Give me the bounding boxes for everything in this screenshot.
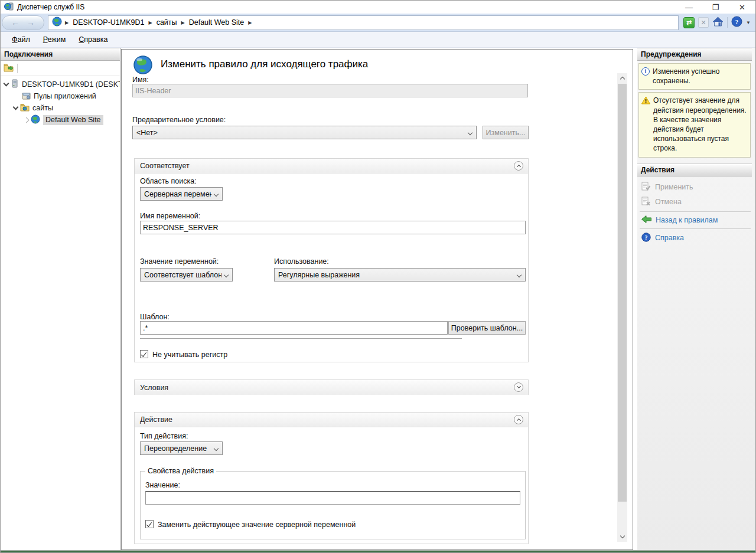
warning-alert-text: Отсутствует значение для действия переоп… (653, 96, 748, 153)
window-bottom-edge (1, 551, 755, 552)
scroll-down-icon[interactable] (617, 532, 627, 542)
ignore-case-label: Не учитывать регистр (152, 351, 227, 359)
actions-separator (640, 211, 751, 212)
breadcrumb-server[interactable]: DESKTOP-U1MK9D1 (73, 18, 144, 27)
chevron-right-icon[interactable] (24, 117, 30, 123)
precondition-value: <Нет> (136, 129, 158, 137)
menu-help[interactable]: Справка (73, 34, 113, 45)
collapse-icon[interactable] (514, 415, 523, 424)
feature-page: Изменить правило для исходящего трафика … (121, 49, 633, 550)
replace-value-checkbox[interactable] (145, 520, 154, 528)
scope-select[interactable]: Серверная переменн (140, 187, 223, 201)
match-section-title: Соответствует (140, 162, 190, 170)
breadcrumb-arrow-icon: ▶ (181, 20, 185, 25)
actions-header: Действия (637, 163, 752, 176)
expand-icon[interactable] (514, 382, 523, 392)
value-input[interactable] (145, 491, 520, 505)
stop-icon: ✕ (698, 17, 709, 28)
chevron-down-icon[interactable] (4, 80, 9, 86)
connections-tree: DESKTOP-U1MK9D1 (DESKTOI Пулы приложений… (1, 76, 120, 126)
svg-text:?: ? (645, 234, 648, 241)
match-section-header[interactable]: Соответствует (135, 159, 528, 174)
action-type-value: Переопределение (144, 444, 207, 453)
scope-label: Область поиска: (140, 177, 197, 185)
actions-pane: Предупреждения i Изменения успешно сохра… (637, 48, 756, 550)
name-input (132, 84, 528, 97)
tree-item-default-web-site[interactable]: Default Web Site (1, 114, 120, 126)
warning-icon (641, 96, 650, 153)
ignore-case-checkbox[interactable] (140, 350, 148, 358)
variable-name-input[interactable] (140, 221, 526, 234)
tree-item-label: Пулы приложений (34, 92, 96, 100)
forward-icon[interactable]: → (27, 18, 35, 27)
action-type-select[interactable]: Переопределение (140, 441, 223, 455)
name-label: Имя: (132, 76, 149, 84)
action-section-title: Действие (140, 415, 172, 424)
back-arrow-icon (641, 215, 651, 225)
info-alert-text: Изменения успешно сохранены. (653, 67, 748, 86)
page-globe-icon (132, 54, 154, 77)
variable-value-label: Значение переменной: (140, 257, 219, 266)
breadcrumb-sites[interactable]: сайты (157, 18, 177, 27)
help-icon[interactable]: ? (731, 16, 742, 29)
tree-item-sites[interactable]: сайты (1, 102, 120, 114)
chevron-down-icon (517, 273, 522, 277)
back-to-rules-label[interactable]: Назад к правилам (656, 216, 718, 224)
menu-file[interactable]: Файл (6, 34, 35, 45)
chevron-down-icon (468, 130, 472, 135)
menu-view[interactable]: Режим (38, 34, 71, 45)
help-circle-icon: ? (641, 233, 651, 244)
tree-item-label: сайты (32, 104, 53, 112)
precondition-select[interactable]: <Нет> (132, 126, 477, 139)
help-dropdown-caret-icon[interactable]: ▼ (746, 20, 751, 25)
vertical-scrollbar[interactable] (617, 73, 627, 542)
conditions-section-header[interactable]: Условия (135, 380, 528, 395)
server-icon (11, 79, 19, 90)
action-section-header[interactable]: Действие (135, 413, 528, 427)
replace-value-label: Заменить действующее значение серверной … (158, 521, 356, 529)
help-action[interactable]: ? Справка (637, 231, 756, 246)
warning-alert: Отсутствует значение для действия переоп… (638, 92, 751, 157)
collapse-icon[interactable] (514, 161, 523, 171)
title-bar: Диспетчер служб IIS — ❐ ✕ (1, 1, 755, 14)
tree-item-label: Default Web Site (43, 115, 103, 125)
apply-icon (641, 182, 651, 193)
variable-value-value: Соответствует шаблону (144, 271, 221, 279)
breadcrumb-arrow-icon: ▶ (248, 20, 252, 25)
using-select[interactable]: Регулярные выражения (274, 268, 526, 282)
apply-action: Применить (637, 180, 756, 195)
tree-item-server[interactable]: DESKTOP-U1MK9D1 (DESKTOI (1, 78, 120, 90)
app-icon (4, 2, 14, 13)
action-properties-legend: Свойства действия (145, 467, 216, 475)
edit-precondition-button[interactable]: Изменить... (483, 126, 529, 139)
chevron-down-icon[interactable] (13, 104, 19, 110)
scrollbar-thumb[interactable] (618, 84, 627, 502)
back-icon[interactable]: ← (11, 18, 19, 27)
variable-value-select[interactable]: Соответствует шаблону (140, 268, 233, 282)
globe-icon (52, 17, 62, 28)
refresh-icon[interactable]: ⇄ (683, 17, 695, 28)
back-to-rules-action[interactable]: Назад к правилам (637, 214, 756, 227)
pattern-input[interactable] (140, 321, 448, 335)
home-icon[interactable] (712, 17, 724, 29)
actions-separator (640, 228, 751, 229)
conditions-section-title: Условия (140, 384, 168, 392)
restore-button[interactable]: ❐ (702, 1, 729, 14)
close-button[interactable]: ✕ (729, 1, 755, 14)
breadcrumb-arrow-icon: ▶ (65, 20, 69, 25)
minimize-button[interactable]: — (676, 1, 702, 14)
scroll-up-icon[interactable] (617, 73, 627, 83)
help-label[interactable]: Справка (655, 234, 684, 242)
breadcrumb-arrow-icon: ▶ (149, 20, 152, 25)
tree-item-app-pools[interactable]: Пулы приложений (1, 90, 120, 102)
site-globe-icon (31, 114, 40, 126)
action-type-label: Тип действия: (140, 432, 188, 440)
toolbar-separator (17, 64, 18, 73)
breadcrumb[interactable]: ▶ DESKTOP-U1MK9D1 ▶ сайты ▶ Default Web … (48, 15, 679, 30)
breadcrumb-default-web-site[interactable]: Default Web Site (189, 18, 245, 27)
page-title: Изменить правило для исходящего трафика (161, 58, 368, 70)
chevron-down-icon (214, 192, 219, 197)
cancel-label: Отмена (655, 198, 682, 206)
test-pattern-button[interactable]: Проверить шаблон... (448, 321, 526, 335)
save-connection-icon[interactable] (4, 63, 14, 74)
